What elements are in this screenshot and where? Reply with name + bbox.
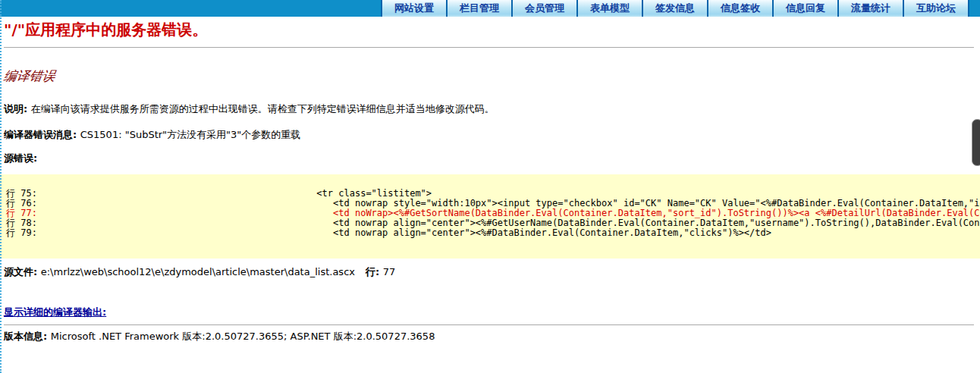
nav-tab-traffic-stats[interactable]: 流量统计: [837, 0, 903, 17]
show-output-paragraph: 显示详细的编译器输出:: [4, 306, 980, 318]
compiler-error-text: CS1501: "SubStr"方法没有采用"3"个参数的重载: [80, 129, 301, 140]
page-left-dotted-border: [0, 0, 2, 373]
line-number-label: 行:: [366, 266, 383, 277]
version-text: Microsoft .NET Framework 版本:2.0.50727.36…: [51, 331, 435, 342]
error-heading: 编译错误: [2, 67, 57, 85]
error-page-content: "/"应用程序中的服务器错误。 编译错误 说明: 在编译向该请求提供服务所需资源…: [0, 20, 980, 342]
top-navbar: 网站设置栏目管理会员管理表单模型签发信息信息签收信息回复流量统计互助论坛: [0, 0, 980, 17]
nav-tab-site-settings[interactable]: 网站设置: [381, 0, 446, 17]
nav-tab-column-manage[interactable]: 栏目管理: [446, 0, 511, 17]
nav-tab-info-receive[interactable]: 信息签收: [707, 0, 772, 17]
source-error-label: 源错误:: [4, 152, 980, 164]
version-paragraph: 版本信息: Microsoft .NET Framework 版本:2.0.50…: [4, 331, 980, 342]
compiler-error-paragraph: 编译器错误消息: CS1501: "SubStr"方法没有采用"3"个参数的重载: [4, 129, 980, 140]
line-number-value: 77: [383, 266, 396, 277]
source-file-label: 源文件:: [4, 266, 41, 277]
version-label: 版本信息:: [4, 331, 51, 342]
nav-tab-member-manage[interactable]: 会员管理: [511, 0, 576, 17]
compiler-error-label: 编译器错误消息:: [4, 129, 80, 140]
nav-tab-form-model[interactable]: 表单模型: [576, 0, 642, 17]
vertical-scrollbar-thumb[interactable]: [972, 119, 980, 166]
divider-bottom: [4, 324, 974, 325]
description-text: 在编译向该请求提供服务所需资源的过程中出现错误。请检查下列特定错误详细信息并适当…: [31, 103, 495, 114]
code-line: 行 79: <td nowrap align="center"><%#DataB…: [6, 228, 980, 238]
description-paragraph: 说明: 在编译向该请求提供服务所需资源的过程中出现错误。请检查下列特定错误详细信…: [4, 103, 980, 114]
browser-viewport: 网站设置栏目管理会员管理表单模型签发信息信息签收信息回复流量统计互助论坛 "/"…: [0, 0, 980, 373]
navbar-left-spacer: [0, 0, 381, 17]
source-error-code: 行 75: <tr class="listitem">行 76: <td now…: [0, 174, 980, 259]
description-label: 说明:: [4, 103, 31, 114]
nav-tab-mutual-forum[interactable]: 互助论坛: [903, 0, 968, 17]
show-compiler-output-link[interactable]: 显示详细的编译器输出:: [4, 306, 106, 318]
nav-tab-info-reply[interactable]: 信息回复: [772, 0, 837, 17]
nav-tab-issue-info[interactable]: 签发信息: [642, 0, 707, 17]
source-file-path: e:\mrlzz\web\school12\e\zdymodel\article…: [41, 266, 355, 277]
source-file-paragraph: 源文件: e:\mrlzz\web\school12\e\zdymodel\ar…: [4, 266, 980, 277]
page-title: "/"应用程序中的服务器错误。: [4, 20, 974, 40]
navbar-right-spacer: [968, 0, 980, 17]
nav-tabs: 网站设置栏目管理会员管理表单模型签发信息信息签收信息回复流量统计互助论坛: [381, 0, 968, 17]
